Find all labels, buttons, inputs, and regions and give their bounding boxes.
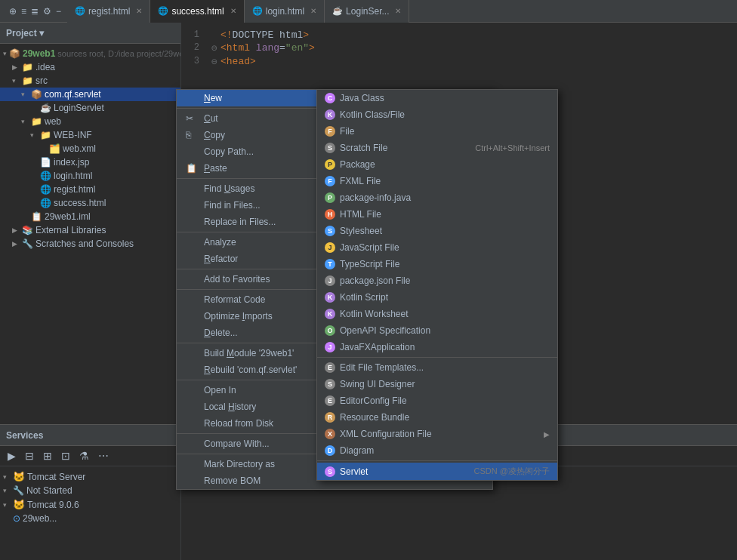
tree-registhtml[interactable]: 🌐 regist.html [0, 183, 180, 196]
tree-loginhtml[interactable]: 🌐 login.html [0, 169, 180, 183]
services-filter-btn[interactable]: ⚗ [76, 448, 92, 463]
services-more-btn[interactable]: ⋯ [95, 448, 112, 463]
tree-webxml[interactable]: 🗂️ web.xml [0, 142, 180, 155]
kotlin-class-icon: K [325, 109, 335, 120]
submenu-file[interactable]: F File [317, 123, 557, 140]
tree-indexjsp[interactable]: 📄 index.jsp [0, 155, 180, 169]
fold-marker-3[interactable]: ⊖ [208, 56, 220, 68]
folder-icon: 📁 [40, 130, 51, 140]
submenu-kscript-label: Kotlin Script [340, 292, 388, 303]
xml-cfg-icon: X [325, 429, 335, 439]
menu-reload-label: Reload from Disk [204, 418, 273, 429]
folder-icon: 📁 [22, 75, 33, 86]
submenu-js[interactable]: J JavaScript File [317, 239, 557, 256]
tab-success-icon: 🌐 [158, 6, 168, 16]
submenu-pkginfo-label: package-info.java [340, 192, 411, 203]
sidebar-header: Project ▾ [0, 23, 180, 44]
toolbar-icon-4[interactable]: ⚙ [43, 6, 51, 17]
submenu-scratch-label: Scratch File [340, 143, 387, 153]
tomcat-instance-icon: 🐱 [13, 499, 25, 510]
ts-icon: T [325, 259, 335, 269]
submenu-swing[interactable]: S Swing UI Designer [317, 376, 557, 392]
submenu-servlet[interactable]: S Servlet CSDN @凌热闲分子 [317, 463, 557, 480]
tab-login[interactable]: 🌐 login.html ✕ [245, 0, 325, 23]
fold-marker-1[interactable] [208, 29, 220, 41]
submenu-json-label: package.json File [340, 275, 410, 286]
submenu-ts[interactable]: T TypeScript File [317, 256, 557, 272]
submenu-servlet-label: Servlet [340, 466, 368, 477]
submenu-editorconfig-label: EditorConfig File [340, 395, 407, 406]
fold-marker-2[interactable]: ⊖ [208, 42, 220, 54]
submenu-xml[interactable]: X XML Configuration File ▶ [317, 426, 557, 442]
submenu-resourcebundle[interactable]: R Resource Bundle [317, 409, 557, 426]
tree-iml[interactable]: 📋 29web1.iml [0, 210, 180, 223]
html-icon: 🌐 [40, 198, 51, 208]
submenu-fxml[interactable]: F FXML File [317, 173, 557, 189]
tab-regist[interactable]: 🌐 regist.html ✕ [67, 0, 150, 23]
pkginfo-icon: P [325, 192, 335, 203]
tree-successhtml[interactable]: 🌐 success.html [0, 196, 180, 210]
tab-regist-close[interactable]: ✕ [136, 7, 142, 15]
submenu-kotlin-class-label: Kotlin Class/File [340, 109, 405, 120]
html-file-icon: H [325, 209, 335, 220]
tab-regist-label: regist.html [88, 6, 130, 17]
tab-loginserv-close[interactable]: ✕ [395, 7, 401, 15]
tree-webinf[interactable]: ▾ 📁 WEB-INF [0, 128, 180, 142]
toolbar-icon-2[interactable]: ≡ [21, 6, 26, 17]
srv-app-label: 29web... [23, 513, 57, 524]
tree-extlibs[interactable]: ▶ 📚 External Libraries [0, 223, 180, 237]
submenu-package[interactable]: P Package [317, 156, 557, 173]
toolbar-icon-5[interactable]: − [56, 6, 61, 17]
submenu-javafx[interactable]: J JavaFXApplication [317, 339, 557, 355]
tab-loginserv[interactable]: ☕ LoginSer... ✕ [325, 0, 409, 23]
submenu-kwsheet[interactable]: K Kotlin Worksheet [317, 306, 557, 322]
services-collapse-btn[interactable]: ⊞ [40, 448, 55, 463]
srv-tomcat-instance[interactable]: ▾ 🐱 Tomcat 9.0.6 [0, 497, 180, 512]
submenu-css[interactable]: S Stylesheet [317, 223, 557, 239]
submenu-scratch[interactable]: S Scratch File Ctrl+Alt+Shift+Insert [317, 140, 557, 156]
submenu-json[interactable]: J package.json File [317, 272, 557, 289]
submenu-openapi[interactable]: O OpenAPI Specification [317, 322, 557, 339]
submenu-editorconfig[interactable]: E EditorConfig File [317, 392, 557, 409]
submenu-diagram[interactable]: D Diagram [317, 442, 557, 459]
tree-package[interactable]: ▾ 📦 com.qf.servlet [0, 88, 180, 101]
tab-login-label: login.html [266, 6, 304, 17]
services-layout-btn[interactable]: ⊟ [22, 448, 37, 463]
srv-app[interactable]: ⊙ 29web... [0, 512, 180, 525]
srv-not-started[interactable]: ▾ 🔧 Not Started [0, 484, 180, 497]
tab-login-close[interactable]: ✕ [310, 7, 316, 15]
submenu-pkginfo[interactable]: P package-info.java [317, 189, 557, 206]
xml-icon: 🗂️ [49, 143, 60, 154]
arrow-icon: ▾ [3, 501, 11, 509]
services-group-btn[interactable]: ⊡ [58, 448, 73, 463]
tomcat-icon: 🐱 [13, 471, 25, 482]
tab-success[interactable]: 🌐 success.html ✕ [150, 0, 244, 23]
submenu-edit-templates-label: Edit File Templates... [340, 362, 424, 373]
submenu-kotlin-class[interactable]: K Kotlin Class/File [317, 106, 557, 123]
tree-src[interactable]: ▾ 📁 src [0, 74, 180, 88]
submenu-new: C Java Class K Kotlin Class/File F File … [316, 89, 558, 481]
tree-loginservlet[interactable]: ☕ LoginServlet [0, 101, 180, 115]
tree-scratches[interactable]: ▶ 🔧 Scratches and Consoles [0, 237, 180, 251]
toolbar-icon-1[interactable]: ⊕ [9, 6, 17, 17]
tab-success-close[interactable]: ✕ [230, 7, 236, 15]
diagram-icon: D [325, 445, 335, 456]
code-line-3: 3 ⊖ <head> [181, 55, 737, 69]
srv-tomcat-server[interactable]: ▾ 🐱 Tomcat Server [0, 469, 180, 484]
submenu-html[interactable]: H HTML File [317, 206, 557, 223]
submenu-kscript[interactable]: K Kotlin Script [317, 289, 557, 306]
submenu-edit-templates[interactable]: E Edit File Templates... [317, 359, 557, 376]
tree-web[interactable]: ▾ 📁 web [0, 115, 180, 128]
submenu-java-class[interactable]: C Java Class [317, 90, 557, 106]
toolbar-icon-3[interactable]: ≣ [31, 6, 39, 17]
tree-29web1[interactable]: ▾ 📦 29web1 sources root, D:/idea project… [0, 47, 180, 60]
module-icon: 📦 [9, 48, 20, 59]
tree-idea[interactable]: ▶ 📁 .idea [0, 60, 180, 74]
menu-compare-label: Compare With... [204, 438, 270, 449]
services-run-btn[interactable]: ▶ [5, 448, 19, 463]
submenu-package-label: Package [340, 159, 375, 170]
tab-regist-icon: 🌐 [75, 6, 85, 16]
submenu-openapi-label: OpenAPI Specification [340, 325, 430, 336]
menu-paste-label: Paste [204, 163, 227, 174]
openapi-icon: O [325, 325, 335, 336]
